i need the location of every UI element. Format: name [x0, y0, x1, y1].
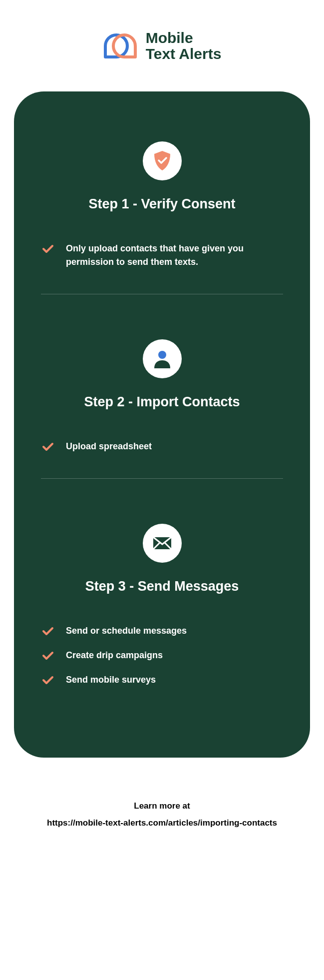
step-2-bullets: Upload spreadsheet	[34, 440, 290, 453]
step-1: Step 1 - Verify Consent Only upload cont…	[34, 141, 290, 269]
divider	[41, 478, 283, 479]
logo-text-line2: Text Alerts	[146, 46, 222, 62]
svg-point-0	[158, 351, 166, 359]
steps-card: Step 1 - Verify Consent Only upload cont…	[14, 91, 310, 758]
person-icon	[143, 339, 182, 378]
step-2: Step 2 - Import Contacts Upload spreadsh…	[34, 339, 290, 453]
step-1-title: Step 1 - Verify Consent	[34, 196, 290, 212]
step-3: Step 3 - Send Messages Send or schedule …	[34, 524, 290, 687]
divider	[41, 294, 283, 294]
list-item: Upload spreadsheet	[42, 440, 282, 453]
logo-text: Mobile Text Alerts	[146, 30, 222, 61]
bullet-text: Send mobile surveys	[66, 673, 156, 687]
step-1-bullets: Only upload contacts that have given you…	[34, 242, 290, 269]
logo-icon	[103, 31, 138, 61]
bullet-text: Create drip campaigns	[66, 649, 163, 662]
footer: Learn more at https://mobile-text-alerts…	[0, 798, 324, 832]
footer-line2: https://mobile-text-alerts.com/articles/…	[0, 815, 324, 832]
logo: Mobile Text Alerts	[0, 0, 324, 91]
check-icon	[42, 625, 54, 637]
envelope-icon	[143, 524, 182, 563]
step-3-title: Step 3 - Send Messages	[34, 579, 290, 594]
check-icon	[42, 650, 54, 662]
footer-line1: Learn more at	[0, 798, 324, 815]
logo-text-line1: Mobile	[146, 30, 222, 46]
check-icon	[42, 243, 54, 255]
check-icon	[42, 674, 54, 686]
list-item: Send mobile surveys	[42, 673, 282, 687]
list-item: Send or schedule messages	[42, 624, 282, 638]
bullet-text: Send or schedule messages	[66, 624, 187, 638]
list-item: Only upload contacts that have given you…	[42, 242, 282, 269]
step-3-bullets: Send or schedule messages Create drip ca…	[34, 624, 290, 687]
list-item: Create drip campaigns	[42, 649, 282, 662]
bullet-text: Only upload contacts that have given you…	[66, 242, 282, 269]
bullet-text: Upload spreadsheet	[66, 440, 152, 453]
shield-check-icon	[143, 141, 182, 180]
check-icon	[42, 441, 54, 453]
step-2-title: Step 2 - Import Contacts	[34, 394, 290, 410]
